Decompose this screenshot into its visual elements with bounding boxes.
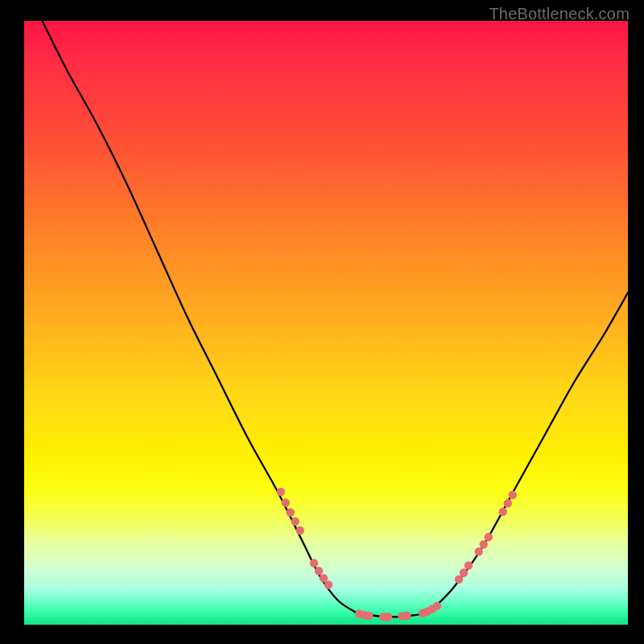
curve-marker (499, 508, 507, 516)
curve-marker (480, 540, 488, 548)
curve-layer (24, 21, 628, 625)
curve-marker (475, 547, 483, 555)
curve-marker (315, 567, 323, 575)
plot-area (24, 21, 628, 625)
chart-container: TheBottleneck.com (0, 0, 644, 644)
curve-markers (277, 488, 517, 621)
curve-marker (464, 561, 473, 569)
bottleneck-curve-path (43, 21, 629, 617)
curve-marker (433, 602, 441, 610)
curve-marker (402, 612, 411, 620)
curve-marker (277, 488, 285, 496)
curve-marker (365, 612, 373, 620)
curve-marker (504, 499, 512, 507)
curve-marker (384, 613, 392, 621)
curve-marker (460, 568, 468, 576)
curve-marker (282, 498, 290, 506)
curve-marker (509, 491, 517, 499)
curve-marker (485, 533, 493, 541)
curve-marker (291, 518, 299, 526)
curve-marker (324, 580, 332, 588)
curve-marker (287, 508, 295, 516)
curve-marker (310, 559, 318, 567)
curve-marker (296, 526, 304, 535)
bottleneck-curve (43, 21, 629, 617)
